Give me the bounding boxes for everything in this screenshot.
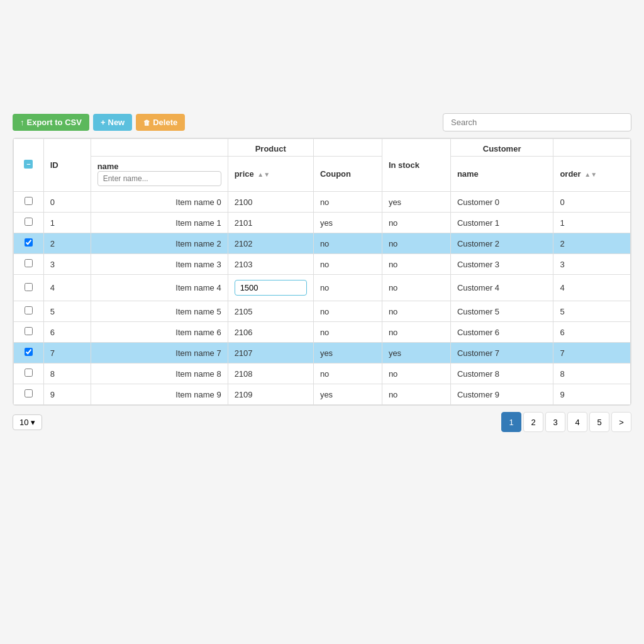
row-checkbox-cell <box>14 343 44 364</box>
row-order: 8 <box>553 364 631 384</box>
row-price: 2103 <box>228 254 313 275</box>
row-instock: no <box>382 364 450 384</box>
row-name: Item name 2 <box>91 233 228 254</box>
row-checkbox[interactable] <box>25 238 33 247</box>
price-sort-icon[interactable]: ▲▼ <box>257 171 270 178</box>
row-name: Item name 5 <box>91 301 228 322</box>
page-button-2[interactable]: 2 <box>523 412 543 432</box>
row-price[interactable] <box>228 275 313 301</box>
row-coupon: no <box>313 364 382 384</box>
row-customer-name: Customer 2 <box>450 233 553 254</box>
row-id: 2 <box>43 233 91 254</box>
name-filter-input[interactable] <box>97 171 221 186</box>
row-checkbox-cell <box>14 384 44 405</box>
row-checkbox-cell <box>14 364 44 384</box>
name-subheader[interactable]: name <box>91 157 228 192</box>
row-instock: yes <box>382 343 450 364</box>
table-row: 2Item name 22102nonoCustomer 22 <box>14 233 631 254</box>
search-input[interactable] <box>443 113 631 131</box>
order-sort-icon[interactable]: ▲▼ <box>584 171 597 178</box>
table-container: ID Product In stock Customer <box>13 138 631 406</box>
order-group-header <box>553 139 631 157</box>
row-customer-name: Customer 4 <box>450 275 553 301</box>
page-size-selector: 10 ▾ <box>13 414 42 430</box>
export-label: Export to CSV <box>27 118 82 127</box>
page-size-dropdown-icon: ▾ <box>31 418 35 427</box>
deselect-all-icon[interactable] <box>24 160 33 169</box>
page-button-1[interactable]: 1 <box>501 412 521 432</box>
row-checkbox-cell <box>14 233 44 254</box>
header-row-group: ID Product In stock Customer <box>14 139 631 157</box>
row-instock: no <box>382 322 450 343</box>
row-checkbox[interactable] <box>25 283 33 291</box>
row-checkbox[interactable] <box>25 306 33 314</box>
row-customer-name: Customer 5 <box>450 301 553 322</box>
row-customer-name: Customer 8 <box>450 364 553 384</box>
row-order: 5 <box>553 301 631 322</box>
row-customer-name: Customer 0 <box>450 192 553 213</box>
row-checkbox[interactable] <box>25 348 33 356</box>
row-id: 7 <box>43 343 91 364</box>
new-icon <box>101 118 106 127</box>
data-table: ID Product In stock Customer <box>13 138 631 405</box>
table-row: 5Item name 52105nonoCustomer 55 <box>14 301 631 322</box>
row-instock: no <box>382 275 450 301</box>
customer-name-subheader: name <box>450 157 553 192</box>
row-checkbox[interactable] <box>25 259 33 267</box>
row-customer-name: Customer 9 <box>450 384 553 405</box>
row-checkbox[interactable] <box>25 369 33 377</box>
row-order: 6 <box>553 322 631 343</box>
delete-label: Delete <box>153 118 177 127</box>
table-row: 8Item name 82108nonoCustomer 88 <box>14 364 631 384</box>
order-subheader[interactable]: order ▲▼ <box>553 157 631 192</box>
row-id: 8 <box>43 364 91 384</box>
row-instock: yes <box>382 192 450 213</box>
row-name: Item name 9 <box>91 384 228 405</box>
row-order: 0 <box>553 192 631 213</box>
table-body: 0Item name 02100noyesCustomer 001Item na… <box>14 192 631 405</box>
row-id: 1 <box>43 213 91 233</box>
row-checkbox[interactable] <box>25 218 33 226</box>
price-edit-input[interactable] <box>235 280 307 296</box>
row-order: 2 <box>553 233 631 254</box>
row-price: 2102 <box>228 233 313 254</box>
row-instock: no <box>382 384 450 405</box>
row-id: 4 <box>43 275 91 301</box>
row-name: Item name 7 <box>91 343 228 364</box>
row-order: 9 <box>553 384 631 405</box>
page-button-5[interactable]: 5 <box>589 412 609 432</box>
coupon-subheader: Coupon <box>313 157 382 192</box>
row-name: Item name 1 <box>91 213 228 233</box>
row-checkbox[interactable] <box>25 197 33 205</box>
page-size-label: 10 <box>19 418 28 427</box>
search-wrapper <box>443 113 631 131</box>
export-csv-button[interactable]: Export to CSV <box>13 114 89 131</box>
row-price: 2100 <box>228 192 313 213</box>
delete-button[interactable]: Delete <box>136 114 185 131</box>
row-checkbox-cell <box>14 322 44 343</box>
price-subheader[interactable]: price ▲▼ <box>228 157 313 192</box>
select-all-header[interactable] <box>14 139 44 192</box>
table-row: 6Item name 62106nonoCustomer 66 <box>14 322 631 343</box>
table-row: 3Item name 32103nonoCustomer 33 <box>14 254 631 275</box>
customer-group-header: Customer <box>450 139 553 157</box>
row-coupon: no <box>313 275 382 301</box>
row-name: Item name 8 <box>91 364 228 384</box>
page-button-3[interactable]: 3 <box>545 412 565 432</box>
page-button-4[interactable]: 4 <box>567 412 587 432</box>
new-label: New <box>108 118 125 127</box>
table-row: 4Item name 4nonoCustomer 44 <box>14 275 631 301</box>
row-checkbox[interactable] <box>25 389 33 397</box>
pagination: 10 ▾ 12345> <box>13 406 631 438</box>
row-coupon: no <box>313 192 382 213</box>
row-coupon: yes <box>313 343 382 364</box>
page-next-button[interactable]: > <box>611 412 631 432</box>
row-coupon: yes <box>313 213 382 233</box>
row-order: 1 <box>553 213 631 233</box>
new-button[interactable]: New <box>93 114 132 131</box>
header-row-sub: name price ▲▼ Coupon name <box>14 157 631 192</box>
page-size-button[interactable]: 10 ▾ <box>13 414 42 430</box>
table-row: 9Item name 92109yesnoCustomer 99 <box>14 384 631 405</box>
product-group-header: Product <box>228 139 313 157</box>
row-checkbox[interactable] <box>25 327 33 335</box>
